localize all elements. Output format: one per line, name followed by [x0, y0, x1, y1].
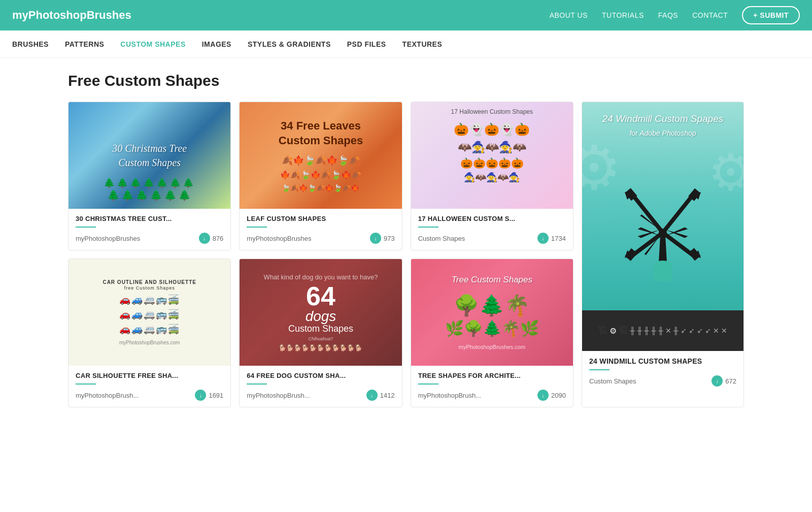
download-count: 1734 — [551, 235, 566, 242]
nav-textures[interactable]: TEXTURES — [402, 40, 443, 48]
download-count: 2090 — [551, 392, 566, 399]
svg-point-2 — [654, 261, 672, 271]
card-image-car: CAR OUTLINE AND SILHOUETTEfree Custom Sh… — [69, 259, 230, 366]
card-downloads: ↓ 1691 — [195, 390, 223, 401]
card-divider — [247, 227, 267, 228]
card-windmill[interactable]: ⚙ ⚙ 24 Windmill Custom Spapes for Adobe … — [582, 102, 744, 407]
nav-images[interactable]: IMAGES — [202, 40, 231, 48]
card-image-christmas: 30 Christmas TreeCustom Shapes 🌲🌲🌲🌲🌲🌲 🌲🌲… — [69, 102, 230, 209]
submit-button[interactable]: + SUBMIT — [742, 6, 800, 24]
card-author: myPhotoshopBrushes — [247, 235, 311, 242]
nav-patterns[interactable]: PATTERNS — [65, 40, 104, 48]
card-body: 24 WINDMILL CUSTOM SHAPES Custom Shapes … — [582, 351, 743, 393]
about-us-link[interactable]: ABOUT US — [550, 11, 588, 19]
card-divider — [247, 383, 267, 385]
card-body: 64 FREE DOG CUSTOM SHA... myPhotoshopBru… — [240, 366, 401, 407]
nav-custom-shapes[interactable]: CUSTOM SHAPES — [120, 40, 185, 48]
faqs-link[interactable]: FAQS — [658, 11, 678, 19]
card-dogs[interactable]: What kind of dog do you want to have? 64… — [239, 259, 402, 407]
card-author: Custom Shapes — [418, 235, 465, 242]
svg-rect-22 — [625, 248, 637, 261]
card-title: TREE SHAPES FOR ARCHITE... — [418, 372, 566, 379]
download-count: 1691 — [209, 392, 223, 399]
tutorials-link[interactable]: TUTORIALS — [602, 11, 644, 19]
card-downloads: ↓ 973 — [370, 233, 395, 244]
card-divider — [589, 369, 610, 370]
card-body: CAR SILHOUETTE FREE SHA... myPhotoshopBr… — [69, 366, 230, 407]
card-leaves[interactable]: 34 Free LeavesCustom Shapes 🍂🍁🍃🍂🍁🍃🍂 🍁🍂🍃🍁… — [239, 102, 402, 250]
card-downloads: ↓ 876 — [199, 233, 224, 244]
card-image-trees: Tree Custom Shapes 🌳🌲🌴 🌿🌳🌲🌴🌿 myPhotoshop… — [411, 259, 573, 366]
card-downloads: ↓ 672 — [712, 375, 736, 387]
svg-line-12 — [632, 195, 663, 233]
svg-line-18 — [663, 233, 693, 255]
main-nav: BRUSHES PATTERNS CUSTOM SHAPES IMAGES ST… — [0, 30, 812, 58]
cards-grid: 30 Christmas TreeCustom Shapes 🌲🌲🌲🌲🌲🌲 🌲🌲… — [68, 102, 744, 407]
card-downloads: ↓ 1734 — [537, 233, 566, 244]
card-title: LEAF CUSTOM SHAPES — [247, 215, 394, 222]
card-divider — [418, 383, 438, 385]
card-meta: Custom Shapes ↓ 1734 — [418, 233, 566, 244]
card-body: TREE SHAPES FOR ARCHITE... myPhotoshopBr… — [411, 366, 573, 407]
card-body: 17 HALLOWEEN CUSTOM S... Custom Shapes ↓… — [411, 209, 573, 250]
card-title: 64 FREE DOG CUSTOM SHA... — [247, 372, 394, 379]
nav-brushes[interactable]: BRUSHES — [12, 40, 49, 48]
download-icon: ↓ — [199, 233, 210, 244]
card-title: 24 WINDMILL CUSTOM SHAPES — [589, 357, 736, 365]
site-logo[interactable]: myPhotoshopBrushes — [12, 9, 131, 22]
card-car[interactable]: CAR OUTLINE AND SILHOUETTEfree Custom Sh… — [68, 259, 231, 407]
card-divider — [418, 227, 438, 228]
nav-psd-files[interactable]: PSD FILES — [347, 40, 386, 48]
page-content: Free Custom Shapes 30 Christmas TreeCust… — [56, 58, 756, 422]
card-author: myPhotoshopBrush... — [247, 392, 310, 399]
card-downloads: ↓ 1412 — [366, 390, 395, 401]
card-meta: myPhotoshopBrush... ↓ 1691 — [76, 390, 223, 401]
card-title: CAR SILHOUETTE FREE SHA... — [76, 372, 223, 379]
contact-link[interactable]: CONTACT — [692, 11, 728, 19]
card-title: 17 HALLOWEEN CUSTOM S... — [418, 215, 566, 222]
card-image-halloween: 17 Halloween Custom Shapes 🎃👻🎃👻🎃 🦇🧙🦇🧙🦇 🎃… — [411, 102, 573, 209]
card-image-leaves: 34 Free LeavesCustom Shapes 🍂🍁🍃🍂🍁🍃🍂 🍁🍂🍃🍁… — [240, 102, 401, 209]
download-count: 973 — [384, 235, 395, 242]
download-count: 1412 — [380, 392, 395, 399]
svg-rect-23 — [688, 248, 700, 261]
card-trees[interactable]: Tree Custom Shapes 🌳🌲🌴 🌿🌳🌲🌴🌿 myPhotoshop… — [411, 259, 573, 407]
card-author: myPhotoshopBrush... — [418, 392, 481, 399]
card-author: myPhotoshopBrush... — [76, 392, 139, 399]
card-image-windmill: ⚙ ⚙ 24 Windmill Custom Spapes for Adobe … — [582, 102, 743, 351]
card-downloads: ↓ 2090 — [537, 390, 566, 401]
card-meta: myPhotoshopBrush... ↓ 1412 — [247, 390, 394, 401]
card-divider — [76, 227, 96, 228]
download-icon: ↓ — [537, 390, 549, 401]
card-halloween[interactable]: 17 Halloween Custom Shapes 🎃👻🎃👻🎃 🦇🧙🦇🧙🦇 🎃… — [411, 102, 573, 250]
top-nav-links: ABOUT US TUTORIALS FAQS CONTACT + SUBMIT — [550, 6, 800, 24]
card-meta: myPhotoshopBrushes ↓ 876 — [76, 233, 223, 244]
nav-styles-gradients[interactable]: STYLES & GRADIENTS — [248, 40, 331, 48]
download-icon: ↓ — [370, 233, 381, 244]
card-meta: myPhotoshopBrush... ↓ 2090 — [418, 390, 566, 401]
card-divider — [76, 383, 96, 385]
card-christmas-tree[interactable]: 30 Christmas TreeCustom Shapes 🌲🌲🌲🌲🌲🌲 🌲🌲… — [68, 102, 231, 250]
download-icon: ↓ — [366, 390, 378, 401]
page-title: Free Custom Shapes — [68, 72, 744, 89]
svg-line-14 — [663, 195, 693, 233]
card-meta: myPhotoshopBrushes ↓ 973 — [247, 233, 394, 244]
card-image-dogs: What kind of dog do you want to have? 64… — [240, 259, 401, 366]
card-meta: Custom Shapes ↓ 672 — [589, 375, 736, 387]
top-nav: myPhotoshopBrushes ABOUT US TUTORIALS FA… — [0, 0, 812, 30]
card-title: 30 CHRISTMAS TREE CUST... — [76, 215, 223, 222]
card-body: 30 CHRISTMAS TREE CUST... myPhotoshopBru… — [69, 209, 230, 250]
card-author: myPhotoshopBrushes — [76, 235, 140, 242]
download-icon: ↓ — [537, 233, 549, 244]
card-body: LEAF CUSTOM SHAPES myPhotoshopBrushes ↓ … — [240, 209, 401, 250]
download-count: 672 — [725, 377, 736, 385]
download-icon: ↓ — [712, 375, 723, 387]
card-author: Custom Shapes — [589, 377, 636, 385]
download-count: 876 — [213, 235, 224, 242]
download-icon: ↓ — [195, 390, 206, 401]
